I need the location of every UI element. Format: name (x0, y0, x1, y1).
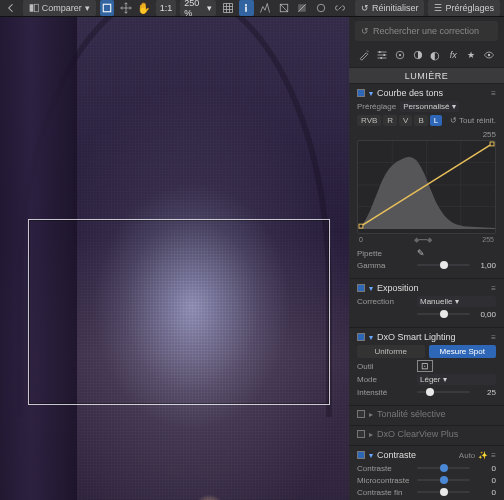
selective-tone-toggle[interactable] (357, 410, 365, 418)
info-overlay-icon[interactable] (239, 0, 254, 16)
reset-all-button[interactable]: ↺ Tout réinit. (450, 116, 496, 125)
selective-tone-title: Tonalité sélective (377, 409, 446, 419)
svg-point-10 (380, 57, 382, 59)
selection-rectangle[interactable] (28, 219, 330, 405)
lens-icon[interactable] (314, 0, 329, 16)
brush-icon[interactable] (393, 48, 407, 62)
crop-tool-icon[interactable] (100, 0, 115, 16)
tone-curve-preset-row: Préréglage Personnalisé ▾ (357, 101, 496, 112)
spot-tab[interactable]: Mesure Spot (429, 345, 497, 358)
eyedropper-icon[interactable]: ✎ (417, 248, 425, 258)
disclosure-icon: ▾ (369, 451, 373, 460)
fx-icon[interactable]: fx (446, 48, 460, 62)
chevron-down-icon: ▾ (85, 3, 90, 13)
disclosure-icon: ▾ (369, 89, 373, 98)
smart-lighting-title: DxO Smart Lighting (377, 332, 456, 342)
back-icon[interactable] (4, 0, 19, 16)
contrast-toggle[interactable] (357, 451, 365, 459)
svg-point-3 (245, 4, 247, 6)
clearview-group: ▸ DxO ClearView Plus (349, 426, 504, 446)
selective-tone-header[interactable]: ▸ Tonalité sélective (357, 409, 496, 419)
fine-slider[interactable] (417, 487, 470, 497)
zoom-value: 250 % (184, 0, 207, 18)
tone-curve-toggle[interactable] (357, 89, 365, 97)
zoom-select[interactable]: 250 % ▾ (180, 0, 216, 16)
intensity-slider[interactable] (417, 387, 470, 397)
pipette-label: Pipette (357, 249, 413, 258)
contrast-header[interactable]: ▾ Contraste Auto ✨ ≡ (357, 450, 496, 460)
svg-rect-23 (490, 142, 494, 146)
reset-button[interactable]: ↺ Réinitialiser (355, 0, 425, 16)
auto-label: Auto (459, 451, 475, 460)
channel-r-tab[interactable]: R (383, 115, 397, 126)
mode-select[interactable]: Léger ▾ (417, 374, 496, 385)
link-icon[interactable] (332, 0, 347, 16)
uniform-tab[interactable]: Uniforme (357, 345, 425, 358)
exposure-slider[interactable] (417, 309, 470, 319)
clearview-toggle[interactable] (357, 430, 365, 438)
clearview-header[interactable]: ▸ DxO ClearView Plus (357, 429, 496, 439)
sliders-icon[interactable] (375, 48, 389, 62)
svg-rect-4 (245, 7, 247, 12)
channel-v-tab[interactable]: V (399, 115, 412, 126)
compare-label: Comparer (42, 3, 82, 13)
mask-icon[interactable] (411, 48, 425, 62)
compare-button[interactable]: Comparer ▾ (23, 0, 96, 16)
shadow-clip-icon[interactable] (295, 0, 310, 16)
spot-tool-icon[interactable]: ⊡ (417, 360, 433, 372)
tone-curve-editor[interactable] (357, 140, 496, 234)
gamma-slider[interactable] (417, 260, 470, 270)
channel-b-tab[interactable]: B (414, 115, 427, 126)
section-light-header[interactable]: LUMIÈRE (349, 67, 504, 84)
fine-label: Contraste fin (357, 488, 413, 497)
smart-lighting-toggle[interactable] (357, 333, 365, 341)
preset-label: Préréglage (357, 102, 396, 111)
exposure-title: Exposition (377, 283, 419, 293)
gamma-row: Gamma 1,00 (357, 260, 496, 270)
disclosure-icon: ▸ (369, 410, 373, 419)
correction-select[interactable]: Manuelle ▾ (417, 296, 496, 307)
pipette-row: Pipette ✎ (357, 248, 496, 258)
search-reset-icon[interactable]: ↺ (361, 26, 369, 36)
compare-icon (29, 3, 39, 13)
group-menu-icon[interactable]: ≡ (491, 284, 496, 293)
contrast-slider[interactable] (417, 463, 470, 473)
crop-icon[interactable]: ◐ (428, 48, 442, 62)
grid-icon[interactable] (220, 0, 235, 16)
smart-lighting-group: ▾ DxO Smart Lighting ≡ Uniforme Mesure S… (349, 328, 504, 406)
hand-tool-icon[interactable]: ✋ (137, 0, 152, 16)
exposure-header[interactable]: ▾ Exposition ≡ (357, 283, 496, 293)
svg-point-9 (383, 54, 385, 56)
presets-button[interactable]: ☰ Préréglages (428, 0, 500, 16)
disclosure-icon: ▾ (369, 333, 373, 342)
group-menu-icon[interactable]: ≡ (491, 333, 496, 342)
reset-label: Réinitialiser (372, 3, 419, 13)
channel-rgb-tab[interactable]: RVB (357, 115, 381, 126)
exposure-value: 0,00 (474, 310, 496, 319)
magic-wand-icon[interactable]: ✨ (478, 451, 488, 460)
svg-point-14 (488, 54, 490, 56)
highlight-clip-icon[interactable] (276, 0, 291, 16)
smart-lighting-header[interactable]: ▾ DxO Smart Lighting ≡ (357, 332, 496, 342)
tone-curve-header[interactable]: ▾ Courbe des tons ≡ (357, 88, 496, 98)
favorite-icon[interactable]: ★ (464, 48, 478, 62)
wand-icon[interactable] (357, 48, 371, 62)
fine-value: 0 (474, 488, 496, 497)
exposure-toggle[interactable] (357, 284, 365, 292)
histogram-icon[interactable] (258, 0, 273, 16)
move-tool-icon[interactable] (118, 0, 133, 16)
panel-tool-row: ◐ fx ★ (349, 45, 504, 67)
group-menu-icon[interactable]: ≡ (491, 89, 496, 98)
contrast-label: Contraste (357, 464, 413, 473)
search-corrections-input[interactable]: ↺ Rechercher une correction (355, 21, 498, 41)
channel-l-tab[interactable]: L (430, 115, 442, 126)
corrections-panel: ↺ Rechercher une correction ◐ fx ★ LUMIÈ… (349, 17, 504, 500)
visible-icon[interactable] (482, 48, 496, 62)
svg-point-7 (317, 4, 325, 12)
gamma-value: 1,00 (474, 261, 496, 270)
preset-select[interactable]: Personnalisé ▾ (400, 101, 458, 112)
zoom-fit-button[interactable]: 1:1 (156, 0, 177, 16)
curve-y-max: 255 (357, 130, 496, 139)
image-viewer[interactable]: 200% (0, 17, 349, 500)
micro-slider[interactable] (417, 475, 470, 485)
